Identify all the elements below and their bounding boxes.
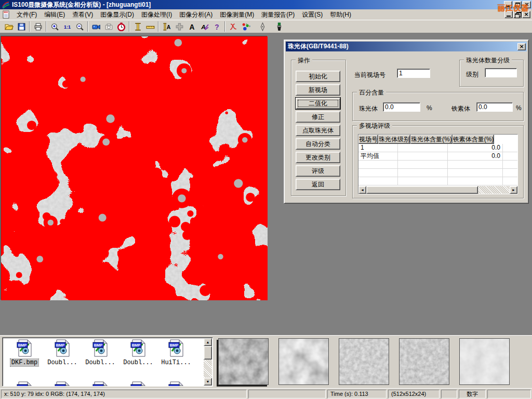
op-button-8[interactable]: 评级 — [296, 165, 340, 177]
dialog-close-button[interactable]: × — [517, 43, 526, 50]
toolbar-text-annotate-icon[interactable]: A — [198, 21, 210, 32]
file-browser[interactable]: BMPDKF.bmpBMPDoubl...BMPDoubl...BMPDoubl… — [2, 337, 213, 387]
op-button-7[interactable]: 更改类别 — [296, 152, 340, 163]
sample-thumbnail[interactable] — [218, 338, 269, 385]
bmp-file-icon[interactable]: BMP — [157, 381, 195, 387]
scrollbar-thumb[interactable] — [204, 346, 212, 360]
grade-level-input[interactable] — [485, 68, 517, 77]
table-row[interactable]: 1 0.0 — [358, 144, 518, 152]
op-button-9[interactable]: 返回 — [296, 179, 340, 190]
toolbar-caliper-icon[interactable] — [131, 21, 144, 32]
scroll-up-button[interactable]: ▲ — [204, 338, 212, 346]
table-row[interactable]: 平均值 0.0 — [358, 152, 518, 161]
toolbar-curve-tool-icon[interactable] — [227, 21, 240, 32]
file-label: Doubl... — [46, 359, 78, 366]
svg-text:BMP: BMP — [18, 343, 27, 348]
file-label: Doubl... — [122, 359, 154, 366]
menu-item[interactable]: 图像处理(I) — [138, 9, 176, 20]
cell-pearlite-grade — [398, 144, 448, 152]
file-item[interactable]: BMPDoubl... — [82, 339, 119, 366]
toolbar-pen-tool-icon[interactable] — [256, 21, 269, 32]
scroll-down-button[interactable]: ▼ — [204, 378, 212, 385]
toolbar-measure-text-icon[interactable]: A — [161, 21, 173, 32]
toolbar-brush-tool-icon[interactable] — [273, 21, 285, 32]
menu-item[interactable]: 图像测量(M) — [216, 9, 258, 20]
menu-item[interactable]: 图像分析(A) — [176, 9, 216, 20]
current-field-input[interactable] — [397, 69, 430, 78]
metallograph-image[interactable] — [1, 36, 268, 300]
toolbar-ruler-icon[interactable] — [144, 21, 156, 32]
bmp-file-icon[interactable]: BMP — [82, 381, 119, 387]
toolbar-zoom-in-icon[interactable] — [48, 21, 61, 32]
toolbar-save-icon[interactable] — [15, 21, 28, 32]
table-row[interactable] — [358, 169, 518, 177]
toolbar-video-camera-icon[interactable] — [90, 21, 102, 32]
toolbar-timer-icon[interactable] — [115, 21, 127, 32]
svg-text:BMP: BMP — [132, 385, 141, 387]
dialog-title-bar[interactable]: 珠光体(GB/T9441-88) × — [286, 42, 527, 51]
cell-pearlite-content: 0.0 — [448, 144, 503, 152]
toolbar-color-points-icon[interactable]: 13 — [240, 21, 252, 32]
cell-field-number — [358, 169, 398, 177]
table-header-cell[interactable]: 珠光体级别 — [378, 135, 410, 144]
menu-item[interactable]: 图像显示(D) — [97, 9, 138, 20]
menu-item[interactable]: 帮助(H) — [326, 9, 355, 20]
toolbar-open-icon[interactable] — [3, 21, 15, 32]
cell-ferrite-content — [503, 152, 518, 161]
sample-thumbnail[interactable] — [339, 338, 389, 385]
pearlite-percent-input[interactable] — [383, 102, 420, 112]
file-browser-scrollbar[interactable]: ▲ ▼ — [204, 338, 212, 385]
ferrite-label: 铁素体 — [451, 104, 470, 113]
toolbar-grid-cross-icon[interactable] — [173, 21, 185, 32]
bmp-file-icon[interactable]: BMP — [6, 381, 43, 387]
sample-thumbnail[interactable] — [278, 338, 329, 385]
bmp-file-icon[interactable]: BMP — [44, 381, 81, 387]
scrollbar-thumb[interactable] — [366, 186, 478, 194]
toolbar-text-a-icon[interactable]: A — [185, 21, 198, 32]
table-horizontal-scrollbar[interactable]: ◄ ► — [358, 186, 517, 194]
table-row[interactable] — [358, 161, 518, 169]
scroll-right-button[interactable]: ► — [510, 186, 517, 194]
file-item[interactable]: BMPDoubl... — [44, 339, 81, 366]
table-header-cell[interactable]: 珠光体含量(%) — [410, 135, 453, 144]
file-item[interactable]: BMPDKF.bmp — [6, 339, 43, 366]
toolbar-actual-size-icon[interactable]: 1:1 — [61, 21, 73, 32]
menu-bar: DOC 文件(F) 编辑(E) 查看(V) 图像显示(D) 图像处理(I) 图像… — [0, 9, 532, 20]
file-item[interactable]: BMPHuiTi... — [157, 339, 195, 366]
op-button-3[interactable]: 二值化 — [296, 98, 340, 109]
svg-text:1:1: 1:1 — [63, 24, 70, 30]
toolbar-print-icon[interactable] — [32, 21, 44, 32]
bmp-file-icon[interactable]: BMP — [119, 381, 157, 387]
cell-pearlite-grade — [398, 169, 448, 177]
svg-text:BMP: BMP — [18, 385, 27, 387]
menu-item[interactable]: 设置(S) — [298, 9, 326, 20]
pearlite-label: 珠光体 — [359, 104, 378, 113]
menu-item[interactable]: 查看(V) — [69, 9, 97, 20]
ferrite-percent-input[interactable] — [476, 102, 513, 112]
table-row[interactable] — [358, 177, 518, 185]
toolbar-help-icon[interactable]: ? — [210, 21, 223, 32]
sample-thumbnail[interactable] — [399, 338, 449, 385]
scroll-left-button[interactable]: ◄ — [358, 186, 366, 194]
sample-thumbnail[interactable] — [459, 338, 510, 385]
toolbar-camera-icon[interactable] — [102, 21, 115, 32]
cell-ferrite-content — [503, 177, 518, 185]
svg-text:BMP: BMP — [56, 343, 65, 348]
rating-table[interactable]: 视场号 珠光体级别 珠光体含量(%) 铁素体含量(%) — [358, 134, 518, 194]
menu-item[interactable]: 编辑(E) — [41, 9, 69, 20]
op-button-6[interactable]: 自动分类 — [296, 138, 340, 150]
file-item[interactable]: BMPDoubl... — [119, 339, 157, 366]
title-bar[interactable]: IS100显微摄像系统(金相分析版) - [zhuguangti01] × — [0, 0, 532, 9]
toolbar-separator — [224, 21, 225, 32]
op-button-2[interactable]: 新视场 — [296, 84, 340, 96]
table-header-cell[interactable]: 铁素体含量(%) — [453, 135, 495, 144]
document-icon[interactable]: DOC — [2, 10, 11, 19]
menu-item[interactable]: 文件(F) — [13, 9, 41, 20]
table-header-cell[interactable]: 视场号 — [358, 135, 378, 144]
op-button-4[interactable]: 修正 — [296, 111, 340, 123]
svg-text:BMP: BMP — [132, 343, 141, 348]
toolbar-zoom-out-icon[interactable] — [73, 21, 86, 32]
op-button-5[interactable]: 点取珠光体 — [296, 125, 340, 136]
menu-item[interactable]: 测量报告(P) — [258, 9, 298, 20]
op-button-1[interactable]: 初始化 — [296, 71, 340, 82]
